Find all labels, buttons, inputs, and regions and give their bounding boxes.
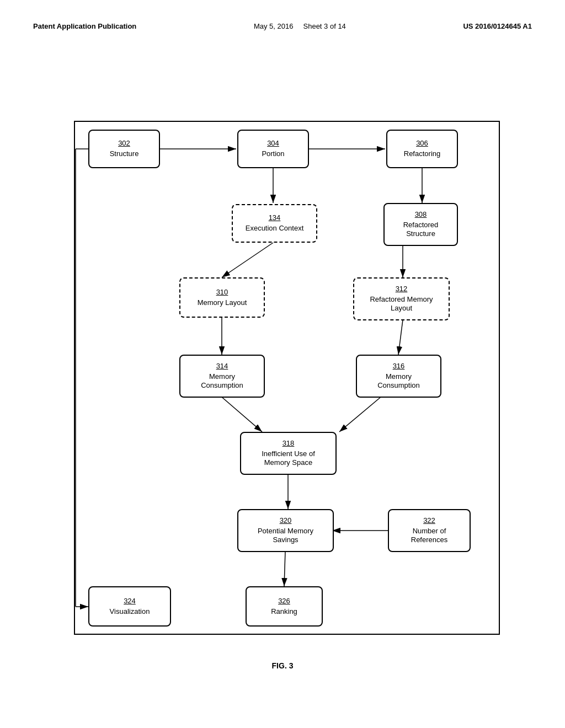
box-320-num: 320 [280, 516, 292, 526]
box-314-num: 314 [216, 362, 228, 371]
box-304: 304 Portion [237, 130, 309, 168]
svg-line-11 [339, 397, 381, 432]
box-302-num: 302 [118, 139, 130, 148]
header-left: Patent Application Publication [33, 22, 136, 30]
box-310-label: Memory Layout [198, 298, 247, 308]
box-134-label: Execution Context [246, 224, 304, 233]
box-326-label: Ranking [271, 607, 297, 617]
box-316-num: 316 [393, 362, 405, 371]
box-134-num: 134 [269, 213, 281, 223]
box-312-num: 312 [396, 285, 408, 294]
box-324-label: Visualization [110, 607, 150, 617]
box-304-num: 304 [267, 139, 279, 148]
box-308-num: 308 [415, 210, 427, 220]
box-314: 314 Memory Consumption [179, 355, 265, 398]
header-date: May 5, 2016 [254, 22, 294, 30]
header: Patent Application Publication May 5, 20… [33, 22, 532, 30]
box-318-label: Inefficient Use of Memory Space [262, 449, 315, 468]
svg-line-6 [222, 243, 273, 277]
box-318-num: 318 [282, 439, 295, 448]
box-306-label: Refactoring [404, 149, 440, 159]
box-306-num: 306 [416, 139, 428, 148]
box-326-num: 326 [278, 597, 290, 606]
box-134: 134 Execution Context [232, 204, 317, 243]
header-center: May 5, 2016 Sheet 3 of 14 [254, 22, 346, 30]
box-314-label: Memory Consumption [201, 372, 243, 391]
box-310-num: 310 [216, 288, 228, 297]
page: Patent Application Publication May 5, 20… [0, 0, 565, 728]
box-324: 324 Visualization [88, 586, 171, 627]
box-322: 322 Number of References [388, 509, 471, 552]
header-right: US 2016/0124645 A1 [463, 22, 532, 30]
box-304-label: Portion [262, 149, 284, 159]
box-318: 318 Inefficient Use of Memory Space [240, 432, 337, 475]
box-312-label: Refactored Memory Layout [370, 295, 433, 314]
svg-line-9 [398, 320, 403, 355]
box-312: 312 Refactored Memory Layout [353, 277, 450, 320]
header-sheet: Sheet 3 of 14 [303, 22, 346, 30]
box-316-label: Memory Consumption [377, 372, 420, 391]
box-308: 308 Refactored Structure [383, 203, 458, 246]
box-324-num: 324 [124, 597, 136, 606]
svg-line-14 [284, 552, 285, 586]
fig-label: FIG. 3 [272, 661, 294, 670]
diagram-area: 302 Structure 304 Portion 306 Refactorin… [33, 41, 532, 676]
box-320-label: Potential Memory Savings [258, 527, 313, 545]
box-316: 316 Memory Consumption [356, 355, 441, 398]
box-302: 302 Structure [88, 130, 160, 168]
box-306: 306 Refactoring [386, 130, 458, 168]
box-302-label: Structure [110, 149, 139, 159]
box-322-label: Number of References [411, 527, 447, 545]
box-308-label: Refactored Structure [403, 221, 439, 239]
box-326: 326 Ranking [246, 586, 323, 627]
svg-line-10 [222, 397, 262, 432]
box-320: 320 Potential Memory Savings [237, 509, 334, 552]
box-310: 310 Memory Layout [179, 277, 265, 318]
box-322-num: 322 [423, 516, 435, 526]
